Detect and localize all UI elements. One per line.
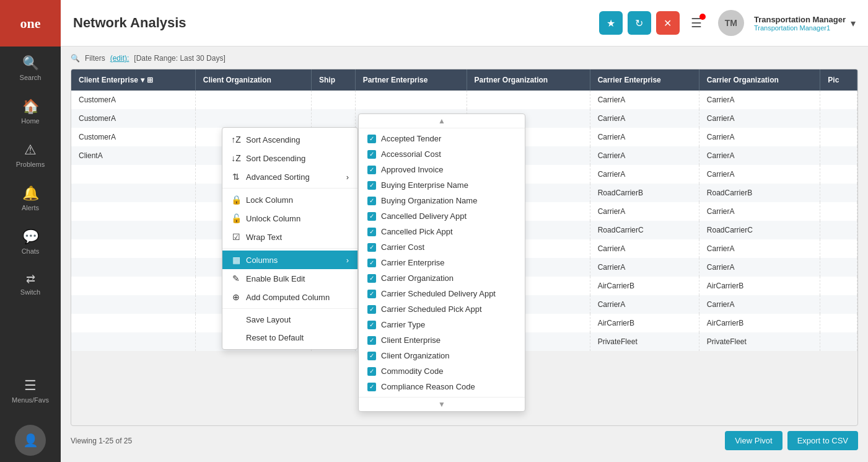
col-item-buying-org-name[interactable]: ✓ Buying Organization Name: [359, 193, 525, 208]
menu-sep-1: [222, 188, 357, 189]
col-label-accessorial-cost: Accessorial Cost: [381, 149, 441, 159]
col-checkbox-compliance-reason-code: ✓: [367, 383, 376, 391]
cell-carrier-org: CarrierA: [699, 202, 820, 221]
col-item-commodity-code[interactable]: ✓ Commodity Code: [359, 363, 525, 379]
context-bulk-edit[interactable]: ✎ Enable Bulk Edit: [222, 269, 357, 288]
col-header-partner-enterprise[interactable]: Partner Enterprise: [355, 69, 467, 91]
col-item-carrier-cost[interactable]: ✓ Carrier Cost: [359, 239, 525, 255]
context-unlock-col[interactable]: 🔓 Unlock Column: [222, 209, 357, 228]
cell-client-enterprise: [71, 314, 195, 332]
col-checkbox-accepted-tender: ✓: [367, 135, 376, 143]
col-dropdown-up-arrow[interactable]: ▲: [359, 114, 525, 128]
sidebar-item-home[interactable]: 🏠 Home: [0, 90, 61, 133]
cell-carrier-enterprise: CarrierA: [590, 91, 699, 109]
menu-sep-3: [222, 308, 357, 309]
cell-client-enterprise: [71, 258, 195, 277]
col-item-buying-enterprise-name[interactable]: ✓ Buying Enterprise Name: [359, 177, 525, 193]
context-lock-col[interactable]: 🔒 Lock Column: [222, 190, 357, 209]
col-header-carrier-enterprise[interactable]: Carrier Enterprise: [590, 69, 699, 91]
cell-carrier-enterprise: RoadCarrierC: [590, 221, 699, 239]
col-header-pic[interactable]: Pic: [820, 69, 857, 91]
menu-sep-2: [222, 248, 357, 249]
col-item-client-organization[interactable]: ✓ Client Organization: [359, 348, 525, 363]
cell-client-enterprise: [71, 332, 195, 351]
filter-edit-link[interactable]: (edit):: [110, 54, 129, 63]
filter-icon: 🔍: [71, 54, 80, 63]
refresh-button[interactable]: ↻: [628, 11, 651, 35]
col-item-client-enterprise[interactable]: ✓ Client Enterprise: [359, 332, 525, 348]
context-columns[interactable]: ▦ Columns ›: [222, 251, 357, 269]
col-header-partner-org[interactable]: Partner Organization: [467, 69, 590, 91]
view-pivot-button[interactable]: View Pivot: [725, 431, 782, 450]
col-checkbox-carrier-enterprise: ✓: [367, 259, 376, 267]
cell-carrier-enterprise: CarrierA: [590, 128, 699, 146]
context-save-layout[interactable]: Save Layout: [222, 311, 357, 329]
cell-client-enterprise: CustomerA: [71, 91, 195, 109]
cell-carrier-org: PrivateFleet: [699, 332, 820, 351]
col-label-commodity-code: Commodity Code: [381, 366, 443, 376]
col-label-client-organization: Client Organization: [381, 351, 450, 360]
chats-icon: 💬: [22, 229, 39, 245]
col-item-accessorial-cost[interactable]: ✓ Accessorial Cost: [359, 146, 525, 162]
col-item-cancelled-delivery-appt[interactable]: ✓ Cancelled Delivery Appt: [359, 208, 525, 224]
context-wrap-text[interactable]: ☑ Wrap Text: [222, 228, 357, 246]
col-item-approved-invoice[interactable]: ✓ Approved Invoice: [359, 162, 525, 177]
export-csv-button[interactable]: Export to CSV: [787, 431, 858, 450]
cell-pic: [820, 258, 857, 277]
col-item-carrier-organization[interactable]: ✓ Carrier Organization: [359, 270, 525, 286]
col-item-carrier-sched-delivery[interactable]: ✓ Carrier Scheduled Delivery Appt: [359, 286, 525, 301]
col-item-compliance-reason-code[interactable]: ✓ Compliance Reason Code: [359, 379, 525, 394]
sort-asc-icon: ↑Z: [231, 135, 241, 144]
sidebar-item-chats[interactable]: 💬 Chats: [0, 220, 61, 264]
col-header-carrier-org[interactable]: Carrier Organization: [699, 69, 820, 91]
col-checkbox-carrier-type: ✓: [367, 321, 376, 329]
col-header-ship[interactable]: Ship: [312, 69, 356, 91]
col-checkbox-carrier-cost: ✓: [367, 243, 376, 252]
bottom-actions: View Pivot Export to CSV: [725, 431, 858, 450]
context-advanced-sort[interactable]: ⇅ Advanced Sorting ›: [222, 167, 357, 186]
cell-pic: [820, 165, 857, 184]
context-sort-desc[interactable]: ↓Z Sort Descending: [222, 149, 357, 167]
sidebar-item-search[interactable]: 🔍 Search: [0, 47, 61, 90]
sidebar-item-menus[interactable]: ☰ Menus/Favs: [0, 369, 61, 412]
col-item-carrier-enterprise[interactable]: ✓ Carrier Enterprise: [359, 255, 525, 270]
cell-pic: [820, 277, 857, 295]
cell-carrier-org: CarrierA: [699, 295, 820, 314]
filter-label: Filters: [85, 54, 105, 63]
context-reset-default[interactable]: Reset to Default: [222, 329, 357, 347]
close-button[interactable]: ✕: [656, 11, 680, 35]
col-item-cancelled-pick-appt[interactable]: ✓ Cancelled Pick Appt: [359, 224, 525, 239]
cell-ship: [312, 91, 356, 109]
cell-pic: [820, 109, 857, 128]
sidebar-item-switch[interactable]: ⇄ Switch: [0, 264, 61, 304]
col-menu-icon: ⊞: [147, 76, 153, 84]
context-add-computed[interactable]: ⊕ Add Computed Column: [222, 288, 357, 306]
user-profile-avatar[interactable]: 👤: [15, 425, 46, 456]
col-label-cancelled-delivery-appt: Cancelled Delivery Appt: [381, 211, 467, 221]
cell-client-enterprise: CustomerA: [71, 109, 195, 128]
star-button[interactable]: ★: [599, 11, 623, 35]
menu-button[interactable]: ☰: [685, 11, 708, 35]
sidebar-item-problems[interactable]: ⚠ Problems: [0, 133, 61, 177]
col-header-client-org[interactable]: Client Organization: [195, 69, 311, 91]
app-logo[interactable]: one: [0, 0, 61, 47]
sidebar: one 🔍 Search 🏠 Home ⚠ Problems 🔔 Alerts …: [0, 0, 61, 462]
cell-carrier-org: AirCarrierB: [699, 314, 820, 332]
col-dropdown-down-arrow[interactable]: ▼: [359, 397, 525, 411]
sidebar-item-alerts[interactable]: 🔔 Alerts: [0, 177, 61, 220]
col-item-accepted-tender[interactable]: ✓ Accepted Tender: [359, 131, 525, 146]
context-sort-asc[interactable]: ↑Z Sort Ascending: [222, 130, 357, 149]
col-item-carrier-sched-pick[interactable]: ✓ Carrier Scheduled Pick Appt: [359, 301, 525, 317]
sort-icon: ▾: [141, 76, 144, 84]
col-checkbox-cancelled-delivery-appt: ✓: [367, 212, 376, 221]
cell-carrier-enterprise: CarrierA: [590, 258, 699, 277]
col-item-carrier-type[interactable]: ✓ Carrier Type: [359, 317, 525, 332]
col-label-accepted-tender: Accepted Tender: [381, 134, 441, 143]
cell-client-enterprise: [71, 221, 195, 239]
col-header-client-enterprise[interactable]: Client Enterprise ▾ ⊞: [71, 69, 195, 91]
col-checkbox-accessorial-cost: ✓: [367, 150, 376, 159]
col-label-buying-org-name: Buying Organization Name: [381, 196, 477, 205]
cell-client-org: [195, 109, 311, 128]
cell-pic: [820, 314, 857, 332]
user-dropdown-chevron[interactable]: ▾: [851, 17, 856, 29]
